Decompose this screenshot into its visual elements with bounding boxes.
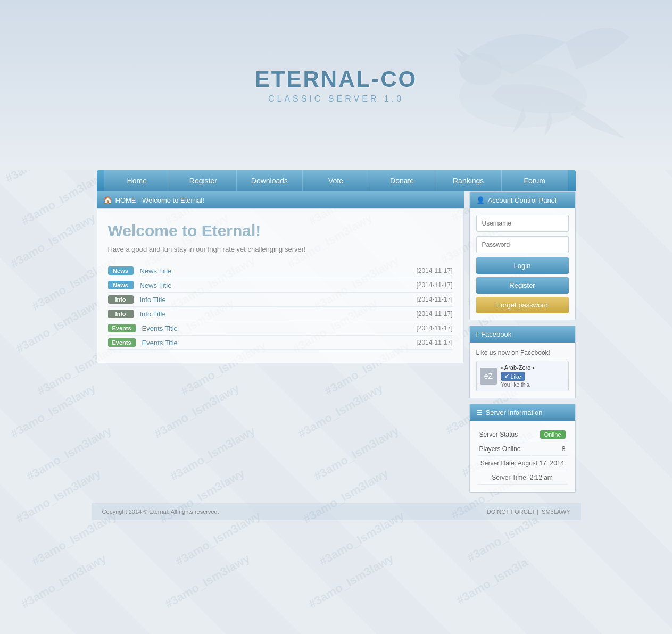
server-date-label: Server Date: [480, 460, 516, 467]
site-subtitle: CLASSIC SERVER 1.0 [255, 94, 417, 104]
facebook-like-button[interactable]: ✔ Like [501, 372, 525, 381]
players-online-label: Players Online [477, 443, 532, 456]
server-time-value: 2:12 am [530, 474, 553, 481]
nav-item-downloads[interactable]: Downloads [237, 170, 303, 191]
server-time-cell: Server Time: 2:12 am [477, 471, 568, 485]
nav-item-forum[interactable]: Forum [502, 170, 568, 191]
facebook-info: • Arab-Zero • ✔ Like You like this. [501, 364, 565, 388]
content-layout: 🏠 HOME - Welcome to Eternal! Welcome to … [97, 191, 576, 498]
info-item-date-1: [2014-11-17] [416, 310, 452, 318]
news-badge-1: News [108, 281, 134, 289]
nav-item-rankings[interactable]: Rankings [435, 170, 502, 191]
info-badge-0: Info [108, 295, 134, 304]
account-panel-title: Account Control Panel [488, 196, 557, 204]
server-time-label: Server Time: [492, 474, 528, 481]
info-item-title-1[interactable]: Info Title [138, 310, 412, 318]
facebook-avatar: eZ [480, 368, 497, 385]
footer-copyright: Copyright 2014 © Eternal. All rights res… [102, 508, 219, 515]
server-info-panel: ☰ Server Information Server Status Onlin… [469, 404, 576, 493]
hero-section: ETERNAL-CO CLASSIC SERVER 1.0 [0, 0, 672, 170]
events-item-title-1[interactable]: Events Title [140, 339, 412, 347]
left-panel: 🏠 HOME - Welcome to Eternal! Welcome to … [97, 191, 464, 498]
register-button[interactable]: Register [476, 277, 569, 294]
right-panel: 👤 Account Control Panel Login Register F… [469, 191, 576, 498]
events-item-date-0: [2014-11-17] [416, 324, 452, 332]
news-list: News News Title [2014-11-17] News News T… [108, 264, 453, 350]
site-title: ETERNAL-CO [255, 66, 417, 92]
server-status-badge: Online [540, 430, 566, 439]
server-status-label: Server Status [477, 428, 532, 441]
site-title-block: ETERNAL-CO CLASSIC SERVER 1.0 [255, 66, 417, 104]
server-info-body: Server Status Online Players Online 8 Se… [470, 421, 575, 492]
players-online-value: 8 [532, 443, 567, 456]
news-item-date-1: [2014-11-17] [416, 281, 452, 289]
username-input[interactable] [476, 215, 569, 232]
news-item: News News Title [2014-11-17] [108, 278, 453, 293]
news-item: News News Title [2014-11-17] [108, 264, 453, 278]
news-item: Events Events Title [2014-11-17] [108, 321, 453, 336]
facebook-panel: f Facebook Like us now on Facebook! eZ [469, 326, 576, 398]
welcome-title: Welcome to Eternal! [108, 222, 453, 240]
nav-item-home[interactable]: Home [104, 170, 171, 191]
welcome-subtitle: Have a good and fun stay in our high rat… [108, 245, 453, 253]
news-item-title-0[interactable]: News Title [138, 267, 412, 275]
news-item: Info Info Title [2014-11-17] [108, 293, 453, 307]
facebook-like-text: Like us now on Facebook! [476, 349, 569, 356]
server-status-row: Server Status Online [477, 428, 568, 441]
facebook-panel-header: f Facebook [470, 326, 575, 343]
account-panel-body: Login Register Forget password [470, 208, 575, 320]
news-item-date-0: [2014-11-17] [416, 267, 452, 274]
facebook-you-like: You like this. [501, 382, 565, 388]
server-info-table: Server Status Online Players Online 8 Se… [476, 427, 569, 486]
facebook-page-name: • Arab-Zero • [501, 364, 565, 371]
info-item-date-0: [2014-11-17] [416, 296, 452, 303]
events-item-title-0[interactable]: Events Title [140, 324, 412, 332]
server-date-cell: Server Date: August 17, 2014 [477, 457, 568, 470]
news-item: Events Events Title [2014-11-17] [108, 336, 453, 350]
news-item: Info Info Title [2014-11-17] [108, 307, 453, 321]
account-panel: 👤 Account Control Panel Login Register F… [469, 191, 576, 320]
home-icon: 🏠 [103, 196, 112, 204]
nav-item-vote[interactable]: Vote [303, 170, 369, 191]
news-badge-0: News [108, 266, 134, 275]
facebook-like-box: eZ • Arab-Zero • ✔ Like You like this. [476, 361, 569, 391]
nav-accent-right [568, 170, 576, 191]
nav-item-register[interactable]: Register [170, 170, 237, 191]
events-badge-0: Events [108, 324, 136, 332]
facebook-panel-body: Like us now on Facebook! eZ • Arab-Zero … [470, 343, 575, 398]
server-info-title: Server Information [486, 408, 543, 416]
user-icon: 👤 [476, 196, 485, 204]
footer: Copyright 2014 © Eternal. All rights res… [92, 503, 581, 520]
breadcrumb: 🏠 HOME - Welcome to Eternal! [97, 191, 464, 208]
server-date-row: Server Date: August 17, 2014 [477, 457, 568, 470]
main-wrapper: Home Register Downloads Vote Donate Rank… [92, 170, 581, 498]
forgot-password-button[interactable]: Forget password [476, 297, 569, 313]
info-badge-1: Info [108, 310, 134, 318]
nav-accent-left [97, 170, 104, 191]
password-input[interactable] [476, 236, 569, 253]
svg-text:eZ: eZ [484, 372, 493, 380]
welcome-box: Welcome to Eternal! Have a good and fun … [97, 208, 464, 363]
server-icon: ☰ [476, 408, 483, 416]
server-time-row: Server Time: 2:12 am [477, 471, 568, 485]
server-info-header: ☰ Server Information [470, 404, 575, 421]
info-item-title-0[interactable]: Info Title [138, 296, 412, 304]
news-item-title-1[interactable]: News Title [138, 281, 412, 289]
facebook-icon: f [476, 330, 478, 338]
like-label: Like [511, 373, 521, 380]
breadcrumb-text: HOME - Welcome to Eternal! [115, 196, 204, 204]
facebook-panel-title: Facebook [481, 330, 511, 338]
events-item-date-1: [2014-11-17] [416, 339, 452, 346]
players-online-row: Players Online 8 [477, 443, 568, 456]
like-checkmark: ✔ [504, 373, 509, 380]
account-panel-header: 👤 Account Control Panel [470, 192, 575, 208]
login-button[interactable]: Login [476, 257, 569, 274]
events-badge-1: Events [108, 338, 136, 347]
nav-item-donate[interactable]: Donate [369, 170, 436, 191]
footer-right: DO NOT FORGET | ISM3LAWY [487, 508, 570, 515]
navigation-bar: Home Register Downloads Vote Donate Rank… [97, 170, 576, 191]
server-date-value: August 17, 2014 [518, 460, 564, 467]
